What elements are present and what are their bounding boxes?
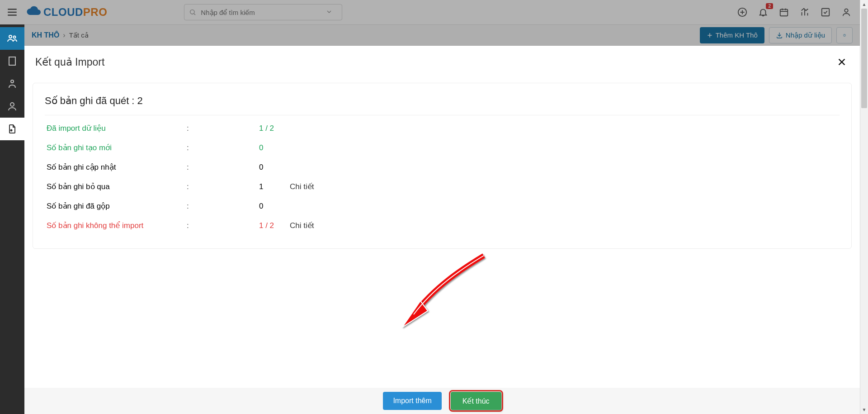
breadcrumb-root[interactable]: KH THÔ <box>32 31 59 39</box>
scanned-records-heading: Số bản ghi đã quét : 2 <box>45 95 840 115</box>
download-icon <box>776 32 783 39</box>
logo: CLOUDPRO <box>26 5 107 20</box>
logo-text-accent: PRO <box>83 6 108 19</box>
hamburger-menu-button[interactable] <box>0 0 24 24</box>
row-value: 0 <box>259 163 286 172</box>
analytics-button[interactable] <box>799 7 810 18</box>
add-button-label: Thêm KH Thô <box>716 31 758 39</box>
row-value: 0 <box>259 143 286 152</box>
close-icon <box>837 57 847 67</box>
scroll-down-icon[interactable]: ▼ <box>862 405 867 414</box>
row-value: 1 / 2 <box>259 221 286 230</box>
sidebar-item-user[interactable] <box>0 95 24 118</box>
row-value: 1 / 2 <box>259 124 286 133</box>
notifications-button[interactable]: 2 <box>758 7 769 18</box>
sidebar-item-contacts[interactable] <box>0 72 24 95</box>
calendar-button[interactable] <box>778 7 789 18</box>
search-input[interactable] <box>201 9 326 16</box>
scroll-thumb[interactable] <box>861 9 867 108</box>
import-data-button[interactable]: Nhập dữ liệu <box>769 27 832 43</box>
import-more-button[interactable]: Import thêm <box>383 392 441 410</box>
result-card: Số bản ghi đã quét : 2 Đã import dữ liệu… <box>33 83 852 249</box>
detail-link[interactable]: Chi tiết <box>290 221 314 230</box>
modal-footer: Import thêm Kết thúc <box>24 388 860 414</box>
svg-line-4 <box>194 14 195 15</box>
svg-point-3 <box>190 10 194 14</box>
browser-scrollbar[interactable]: ▲ ▼ <box>860 0 868 414</box>
plus-icon <box>707 32 713 38</box>
row-value: 0 <box>259 202 286 211</box>
detail-link[interactable]: Chi tiết <box>290 182 314 191</box>
row-label: Số bản ghi tạo mới <box>47 143 187 152</box>
chevron-right-icon: › <box>63 31 65 39</box>
search-icon <box>189 9 196 16</box>
row-label: Số bản ghi đã gộp <box>47 201 187 211</box>
sidebar-item-buildings[interactable] <box>0 50 24 72</box>
cloud-icon <box>26 5 42 20</box>
svg-rect-23 <box>9 57 15 65</box>
svg-point-21 <box>9 35 12 38</box>
row-label: Số bản ghi không thể import <box>47 221 187 230</box>
row-failed: Số bản ghi không thể import : 1 / 2 Chi … <box>47 221 840 230</box>
finish-button[interactable]: Kết thúc <box>451 392 501 410</box>
logo-text-main: CLOUD <box>43 6 83 19</box>
sub-header: KH THÔ › Tất cả Thêm KH Thô Nhập dữ liệu <box>24 24 860 46</box>
breadcrumb-current: Tất cả <box>69 31 89 39</box>
row-label: Số bản ghi bỏ qua <box>47 182 187 191</box>
row-value: 1 <box>259 182 286 191</box>
row-merged: Số bản ghi đã gộp : 0 <box>47 201 840 211</box>
svg-point-22 <box>14 36 16 38</box>
app-header: CLOUDPRO 2 <box>0 0 860 24</box>
help-icon <box>843 31 846 39</box>
help-button[interactable] <box>836 27 853 43</box>
notif-badge: 2 <box>766 3 773 9</box>
header-actions: 2 <box>737 7 860 18</box>
svg-point-31 <box>10 103 14 106</box>
chevron-down-icon[interactable] <box>326 8 337 17</box>
left-sidebar <box>0 24 24 414</box>
sidebar-item-documents[interactable] <box>0 118 24 140</box>
row-updated: Số bản ghi cập nhật : 0 <box>47 162 840 172</box>
sidebar-item-customers[interactable] <box>0 27 24 50</box>
close-button[interactable] <box>835 55 849 69</box>
profile-button[interactable] <box>841 7 852 18</box>
global-search[interactable] <box>184 4 342 20</box>
modal-title: Kết quả Import <box>35 56 104 68</box>
row-skipped: Số bản ghi bỏ qua : 1 Chi tiết <box>47 182 840 191</box>
row-label: Đã import dữ liệu <box>47 124 187 133</box>
tasks-button[interactable] <box>820 7 831 18</box>
breadcrumb: KH THÔ › Tất cả <box>32 31 89 39</box>
svg-rect-15 <box>822 9 830 16</box>
row-label: Số bản ghi cập nhật <box>47 162 187 172</box>
svg-rect-8 <box>780 10 788 16</box>
svg-point-32 <box>11 130 12 131</box>
import-button-label: Nhập dữ liệu <box>786 31 825 39</box>
row-created: Số bản ghi tạo mới : 0 <box>47 143 840 152</box>
add-kh-tho-button[interactable]: Thêm KH Thô <box>700 27 764 43</box>
svg-point-16 <box>844 9 848 12</box>
import-result-modal: Kết quả Import Số bản ghi đã quét : 2 Đã… <box>24 46 860 414</box>
row-imported: Đã import dữ liệu : 1 / 2 <box>47 124 840 133</box>
svg-point-30 <box>11 80 14 83</box>
scroll-up-icon[interactable]: ▲ <box>862 0 867 9</box>
add-button[interactable] <box>737 7 748 18</box>
